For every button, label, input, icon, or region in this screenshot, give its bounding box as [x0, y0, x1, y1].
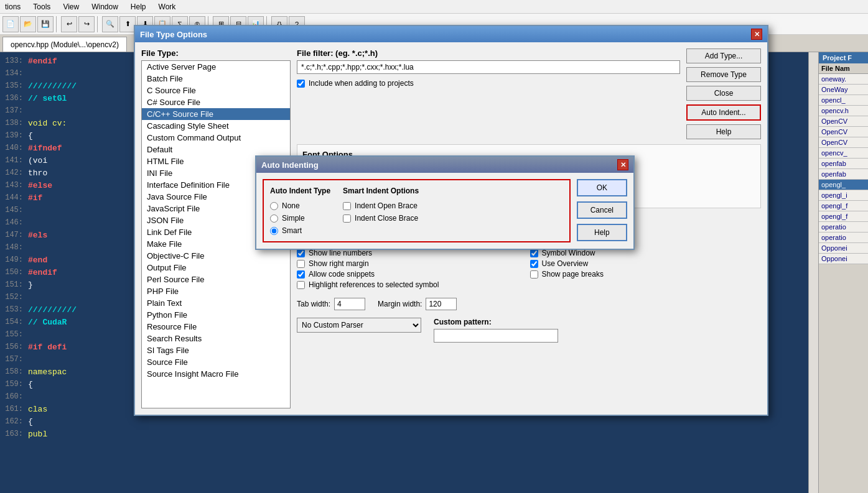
fto-status-option[interactable]: Show right margin — [297, 259, 528, 268]
fto-filter-section: File filter: (eg. *.c;*.h) Include when … — [297, 48, 680, 88]
fto-status-option[interactable]: Show page breaks — [530, 270, 762, 279]
dialog-overlay: File Type Options ✕ File Type: Active Se… — [0, 0, 868, 493]
fto-custom-pattern-input[interactable] — [434, 329, 558, 343]
fto-file-list-item[interactable]: C Source File — [142, 85, 290, 96]
fto-tab-margin-section: Tab width: Margin width: — [297, 298, 761, 310]
fto-include-text: Include when adding to projects — [309, 79, 414, 88]
fto-include-row: Include when adding to projects — [297, 79, 680, 88]
ai-smart-indent-section: Smart Indent Options Indent Open Brace I… — [343, 187, 419, 235]
fto-file-list-item[interactable]: Custom Command Output — [142, 132, 290, 144]
fto-custom-pattern-label: Custom pattern: — [434, 318, 558, 326]
ai-close-brace-checkbox[interactable] — [343, 214, 351, 223]
fto-file-list-item[interactable]: SI Tags File — [142, 344, 290, 356]
fto-status-checkbox[interactable] — [297, 260, 305, 268]
ai-ok-button[interactable]: OK — [577, 179, 627, 196]
ai-smart-indent-title: Smart Indent Options — [343, 187, 419, 195]
ai-title-bar: Auto Indenting ✕ — [256, 157, 633, 173]
fto-file-list-item[interactable]: Cascading Style Sheet — [142, 120, 290, 132]
fto-status-text: Use Overview — [542, 259, 589, 268]
fto-status-option[interactable]: Use Overview — [530, 259, 762, 268]
fto-custom-section: No Custom Parser Custom pattern: — [297, 318, 761, 343]
ai-title: Auto Indenting — [261, 160, 319, 170]
fto-margin-width-row: Margin width: — [378, 298, 457, 310]
fto-margin-width-label: Margin width: — [378, 300, 422, 308]
fto-status-checkbox[interactable] — [297, 270, 305, 279]
fto-include-label[interactable]: Include when adding to projects — [297, 79, 680, 88]
ai-buttons-section: OK Cancel Help — [577, 179, 627, 242]
fto-filter-label: File filter: (eg. *.c;*.h) — [297, 48, 680, 58]
fto-add-type-button[interactable]: Add Type... — [686, 48, 761, 63]
fto-close-button[interactable]: ✕ — [751, 29, 762, 40]
fto-custom-pattern-col: Custom pattern: — [434, 318, 558, 343]
fto-auto-indent-button[interactable]: Auto Indent... — [686, 104, 761, 121]
ai-close-brace-row[interactable]: Indent Close Brace — [343, 214, 419, 223]
ai-body: Auto Indent Type None Simple Smart — [256, 173, 633, 249]
fto-close-button-2[interactable]: Close — [686, 86, 761, 101]
ai-open-brace-text: Indent Open Brace — [355, 201, 418, 210]
fto-file-list-item[interactable]: C/C++ Source File — [142, 108, 290, 120]
fto-status-checkbox[interactable] — [530, 249, 538, 257]
fto-status-text: Show line numbers — [309, 249, 372, 257]
fto-status-option[interactable]: Symbol Window — [530, 249, 762, 257]
fto-file-list-item[interactable]: Python File — [142, 309, 290, 321]
ai-indent-type-title: Auto Indent Type — [270, 187, 330, 195]
fto-file-list-item[interactable]: Search Results — [142, 333, 290, 344]
fto-tab-width-input[interactable] — [334, 298, 365, 310]
ai-simple-label: Simple — [282, 214, 305, 223]
fto-help-button[interactable]: Help — [686, 124, 761, 139]
fto-title-bar: File Type Options ✕ — [135, 26, 767, 42]
fto-file-list-item[interactable]: Source File — [142, 356, 290, 368]
ai-options-section: Auto Indent Type None Simple Smart — [263, 179, 571, 242]
fto-custom-parser-select[interactable]: No Custom Parser — [297, 318, 421, 333]
ai-simple-radio-row[interactable]: Simple — [270, 214, 330, 223]
fto-status-option[interactable]: Highlight references to selected symbol — [297, 280, 528, 289]
fto-status-checkbox[interactable] — [297, 249, 305, 257]
fto-status-checkbox[interactable] — [297, 281, 305, 289]
fto-file-list-item[interactable]: Plain Text — [142, 297, 290, 309]
fto-buttons: Add Type... Remove Type Close Auto Inden… — [686, 48, 761, 139]
fto-file-list-item[interactable]: Default — [142, 144, 290, 155]
fto-file-type-label: File Type: — [141, 48, 291, 58]
ai-smart-radio[interactable] — [270, 227, 278, 235]
ai-smart-radio-row[interactable]: Smart — [270, 226, 330, 235]
fto-status-text: Highlight references to selected symbol — [309, 280, 439, 289]
fto-status-text: Symbol Window — [542, 249, 595, 257]
fto-remove-type-button[interactable]: Remove Type — [686, 67, 761, 82]
fto-file-list-item[interactable]: Output File — [142, 262, 290, 274]
fto-file-list-item[interactable]: PHP File — [142, 285, 290, 297]
ai-help-button[interactable]: Help — [577, 224, 627, 241]
fto-status-text: Show page breaks — [542, 270, 604, 279]
ai-cancel-button[interactable]: Cancel — [577, 201, 627, 219]
fto-status-option[interactable]: Show line numbers — [297, 249, 528, 257]
fto-file-list-item[interactable]: Resource File — [142, 321, 290, 333]
fto-include-checkbox[interactable] — [297, 80, 305, 88]
ai-simple-radio[interactable] — [270, 214, 278, 223]
fto-status-checkbox[interactable] — [530, 270, 538, 279]
fto-file-list-item[interactable]: Perl Source File — [142, 274, 290, 285]
ai-indent-type-section: Auto Indent Type None Simple Smart — [270, 187, 330, 235]
fto-file-list-item[interactable]: C# Source File — [142, 96, 290, 108]
auto-indenting-dialog: Auto Indenting ✕ Auto Indent Type None S… — [255, 155, 635, 250]
ai-close-button[interactable]: ✕ — [617, 159, 628, 170]
ai-smart-label: Smart — [282, 226, 302, 235]
fto-filter-input[interactable] — [297, 60, 680, 74]
fto-margin-width-input[interactable] — [426, 298, 457, 310]
fto-tab-width-row: Tab width: — [297, 298, 365, 310]
ai-none-radio-row[interactable]: None — [270, 201, 330, 210]
fto-file-list-item[interactable]: Batch File — [142, 73, 290, 85]
ai-close-brace-text: Indent Close Brace — [355, 214, 418, 223]
fto-title: File Type Options — [140, 30, 207, 39]
fto-tab-width-label: Tab width: — [297, 300, 330, 308]
fto-top-row: File filter: (eg. *.c;*.h) Include when … — [297, 48, 761, 139]
fto-status-text: Allow code snippets — [309, 270, 375, 279]
fto-file-list-item[interactable]: Active Server Page — [142, 61, 290, 73]
ai-none-radio[interactable] — [270, 202, 278, 210]
ai-open-brace-row[interactable]: Indent Open Brace — [343, 201, 419, 210]
fto-custom-parser-col: No Custom Parser — [297, 318, 421, 333]
fto-file-list-item[interactable]: Source Insight Macro File — [142, 368, 290, 380]
fto-status-checkbox[interactable] — [530, 260, 538, 268]
fto-status-text: Show right margin — [309, 259, 369, 268]
fto-file-list-item[interactable]: Objective-C File — [142, 250, 290, 262]
ai-open-brace-checkbox[interactable] — [343, 202, 351, 210]
fto-status-option[interactable]: Allow code snippets — [297, 270, 528, 279]
